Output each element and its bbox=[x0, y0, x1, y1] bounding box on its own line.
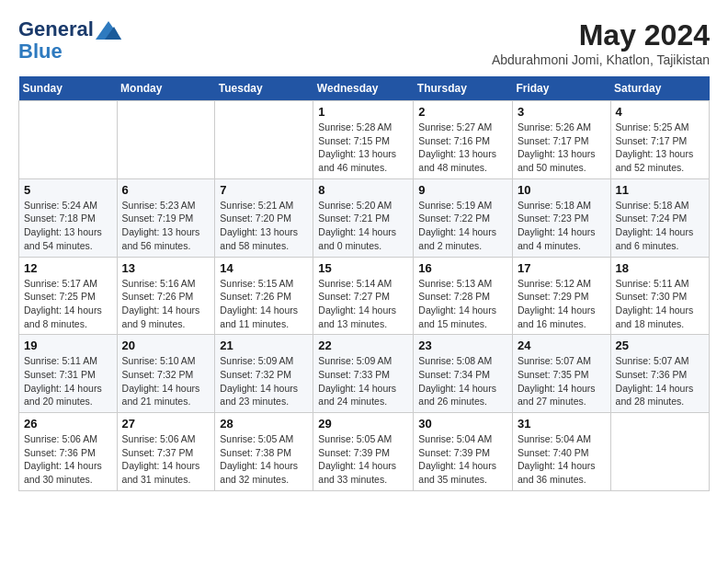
logo-blue: Blue bbox=[18, 40, 121, 63]
logo-text: General bbox=[18, 18, 121, 40]
day-number: 5 bbox=[24, 183, 112, 197]
day-number: 25 bbox=[616, 339, 704, 352]
day-number: 2 bbox=[418, 105, 507, 119]
day-info: Sunrise: 5:11 AMSunset: 7:30 PMDaylight:… bbox=[616, 277, 704, 331]
day-number: 30 bbox=[418, 417, 507, 431]
calendar-cell: 31Sunrise: 5:04 AMSunset: 7:40 PMDayligh… bbox=[512, 413, 610, 491]
day-info: Sunrise: 5:12 AMSunset: 7:29 PMDaylight:… bbox=[518, 277, 606, 331]
calendar-cell: 10Sunrise: 5:18 AMSunset: 7:23 PMDayligh… bbox=[512, 178, 610, 257]
day-info: Sunrise: 5:04 AMSunset: 7:39 PMDaylight:… bbox=[418, 432, 507, 487]
week-row-5: 26Sunrise: 5:06 AMSunset: 7:36 PMDayligh… bbox=[19, 413, 710, 491]
day-number: 14 bbox=[220, 261, 308, 275]
day-info: Sunrise: 5:04 AMSunset: 7:40 PMDaylight:… bbox=[518, 432, 606, 487]
day-number: 23 bbox=[418, 339, 507, 352]
calendar-cell: 1Sunrise: 5:28 AMSunset: 7:15 PMDaylight… bbox=[313, 101, 414, 179]
day-info: Sunrise: 5:24 AMSunset: 7:18 PMDaylight:… bbox=[24, 199, 112, 253]
calendar-cell: 17Sunrise: 5:12 AMSunset: 7:29 PMDayligh… bbox=[512, 257, 610, 335]
day-number: 24 bbox=[518, 339, 606, 352]
day-info: Sunrise: 5:18 AMSunset: 7:23 PMDaylight:… bbox=[518, 199, 606, 253]
calendar-cell: 2Sunrise: 5:27 AMSunset: 7:16 PMDaylight… bbox=[414, 101, 513, 179]
calendar-cell: 28Sunrise: 5:05 AMSunset: 7:38 PMDayligh… bbox=[215, 413, 313, 491]
day-info: Sunrise: 5:05 AMSunset: 7:39 PMDaylight:… bbox=[318, 432, 408, 487]
calendar-cell: 6Sunrise: 5:23 AMSunset: 7:19 PMDaylight… bbox=[117, 178, 215, 257]
day-info: Sunrise: 5:07 AMSunset: 7:36 PMDaylight:… bbox=[616, 354, 704, 408]
day-info: Sunrise: 5:27 AMSunset: 7:16 PMDaylight:… bbox=[418, 121, 507, 175]
day-number: 31 bbox=[518, 417, 606, 431]
calendar-cell: 18Sunrise: 5:11 AMSunset: 7:30 PMDayligh… bbox=[610, 257, 709, 335]
calendar-cell: 7Sunrise: 5:21 AMSunset: 7:20 PMDaylight… bbox=[215, 178, 313, 257]
day-info: Sunrise: 5:21 AMSunset: 7:20 PMDaylight:… bbox=[220, 199, 308, 253]
day-info: Sunrise: 5:16 AMSunset: 7:26 PMDaylight:… bbox=[122, 277, 210, 331]
week-row-2: 5Sunrise: 5:24 AMSunset: 7:18 PMDaylight… bbox=[19, 178, 710, 257]
weekday-header-monday: Monday bbox=[117, 76, 215, 101]
calendar-cell: 30Sunrise: 5:04 AMSunset: 7:39 PMDayligh… bbox=[414, 413, 513, 491]
calendar-cell: 19Sunrise: 5:11 AMSunset: 7:31 PMDayligh… bbox=[19, 335, 118, 413]
day-number: 9 bbox=[418, 183, 507, 197]
calendar-cell: 5Sunrise: 5:24 AMSunset: 7:18 PMDaylight… bbox=[19, 178, 118, 257]
calendar-cell: 13Sunrise: 5:16 AMSunset: 7:26 PMDayligh… bbox=[117, 257, 215, 335]
day-info: Sunrise: 5:10 AMSunset: 7:32 PMDaylight:… bbox=[122, 354, 210, 408]
day-info: Sunrise: 5:19 AMSunset: 7:22 PMDaylight:… bbox=[418, 199, 507, 253]
weekday-header-row: SundayMondayTuesdayWednesdayThursdayFrid… bbox=[19, 76, 710, 101]
calendar-cell: 4Sunrise: 5:25 AMSunset: 7:17 PMDaylight… bbox=[610, 101, 709, 179]
day-number: 1 bbox=[318, 105, 408, 119]
day-info: Sunrise: 5:06 AMSunset: 7:37 PMDaylight:… bbox=[122, 432, 210, 487]
day-info: Sunrise: 5:26 AMSunset: 7:17 PMDaylight:… bbox=[518, 121, 606, 175]
day-info: Sunrise: 5:18 AMSunset: 7:24 PMDaylight:… bbox=[616, 199, 704, 253]
calendar-cell: 22Sunrise: 5:09 AMSunset: 7:33 PMDayligh… bbox=[313, 335, 414, 413]
day-info: Sunrise: 5:23 AMSunset: 7:19 PMDaylight:… bbox=[122, 199, 210, 253]
day-number: 20 bbox=[122, 339, 210, 352]
day-number: 10 bbox=[518, 183, 606, 197]
day-number: 15 bbox=[318, 261, 408, 275]
page-header: General Blue May 2024 Abdurahmoni Jomi, … bbox=[18, 18, 710, 67]
day-number: 27 bbox=[122, 417, 210, 431]
week-row-3: 12Sunrise: 5:17 AMSunset: 7:25 PMDayligh… bbox=[19, 257, 710, 335]
calendar-cell: 3Sunrise: 5:26 AMSunset: 7:17 PMDaylight… bbox=[512, 101, 610, 179]
day-info: Sunrise: 5:09 AMSunset: 7:33 PMDaylight:… bbox=[318, 354, 408, 408]
day-number: 13 bbox=[122, 261, 210, 275]
day-number: 7 bbox=[220, 183, 308, 197]
day-number: 28 bbox=[220, 417, 308, 431]
day-info: Sunrise: 5:13 AMSunset: 7:28 PMDaylight:… bbox=[418, 277, 507, 331]
day-info: Sunrise: 5:28 AMSunset: 7:15 PMDaylight:… bbox=[318, 121, 408, 175]
day-info: Sunrise: 5:20 AMSunset: 7:21 PMDaylight:… bbox=[318, 199, 408, 253]
day-info: Sunrise: 5:09 AMSunset: 7:32 PMDaylight:… bbox=[220, 354, 308, 408]
day-info: Sunrise: 5:14 AMSunset: 7:27 PMDaylight:… bbox=[318, 277, 408, 331]
day-info: Sunrise: 5:17 AMSunset: 7:25 PMDaylight:… bbox=[24, 277, 112, 331]
calendar-cell bbox=[19, 101, 118, 179]
day-number: 26 bbox=[24, 417, 112, 431]
calendar-cell: 14Sunrise: 5:15 AMSunset: 7:26 PMDayligh… bbox=[215, 257, 313, 335]
weekday-header-tuesday: Tuesday bbox=[215, 76, 313, 101]
title-block: May 2024 Abdurahmoni Jomi, Khatlon, Taji… bbox=[492, 18, 710, 67]
day-info: Sunrise: 5:25 AMSunset: 7:17 PMDaylight:… bbox=[616, 121, 704, 175]
day-number: 4 bbox=[616, 105, 704, 119]
day-number: 12 bbox=[24, 261, 112, 275]
weekday-header-thursday: Thursday bbox=[414, 76, 513, 101]
day-number: 21 bbox=[220, 339, 308, 352]
weekday-header-saturday: Saturday bbox=[610, 76, 709, 101]
week-row-4: 19Sunrise: 5:11 AMSunset: 7:31 PMDayligh… bbox=[19, 335, 710, 413]
calendar-cell: 20Sunrise: 5:10 AMSunset: 7:32 PMDayligh… bbox=[117, 335, 215, 413]
location: Abdurahmoni Jomi, Khatlon, Tajikistan bbox=[492, 52, 710, 67]
calendar-cell bbox=[610, 413, 709, 491]
calendar-cell bbox=[117, 101, 215, 179]
day-number: 29 bbox=[318, 417, 408, 431]
day-number: 3 bbox=[518, 105, 606, 119]
day-info: Sunrise: 5:11 AMSunset: 7:31 PMDaylight:… bbox=[24, 354, 112, 408]
day-info: Sunrise: 5:05 AMSunset: 7:38 PMDaylight:… bbox=[220, 432, 308, 487]
calendar-cell: 24Sunrise: 5:07 AMSunset: 7:35 PMDayligh… bbox=[512, 335, 610, 413]
weekday-header-sunday: Sunday bbox=[19, 76, 118, 101]
day-number: 16 bbox=[418, 261, 507, 275]
calendar-cell: 27Sunrise: 5:06 AMSunset: 7:37 PMDayligh… bbox=[117, 413, 215, 491]
day-number: 17 bbox=[518, 261, 606, 275]
day-number: 18 bbox=[616, 261, 704, 275]
day-number: 6 bbox=[122, 183, 210, 197]
calendar-cell: 9Sunrise: 5:19 AMSunset: 7:22 PMDaylight… bbox=[414, 178, 513, 257]
day-info: Sunrise: 5:15 AMSunset: 7:26 PMDaylight:… bbox=[220, 277, 308, 331]
calendar-cell: 29Sunrise: 5:05 AMSunset: 7:39 PMDayligh… bbox=[313, 413, 414, 491]
calendar-cell bbox=[215, 101, 313, 179]
weekday-header-friday: Friday bbox=[512, 76, 610, 101]
calendar-cell: 25Sunrise: 5:07 AMSunset: 7:36 PMDayligh… bbox=[610, 335, 709, 413]
calendar-cell: 21Sunrise: 5:09 AMSunset: 7:32 PMDayligh… bbox=[215, 335, 313, 413]
logo: General Blue bbox=[18, 18, 121, 63]
